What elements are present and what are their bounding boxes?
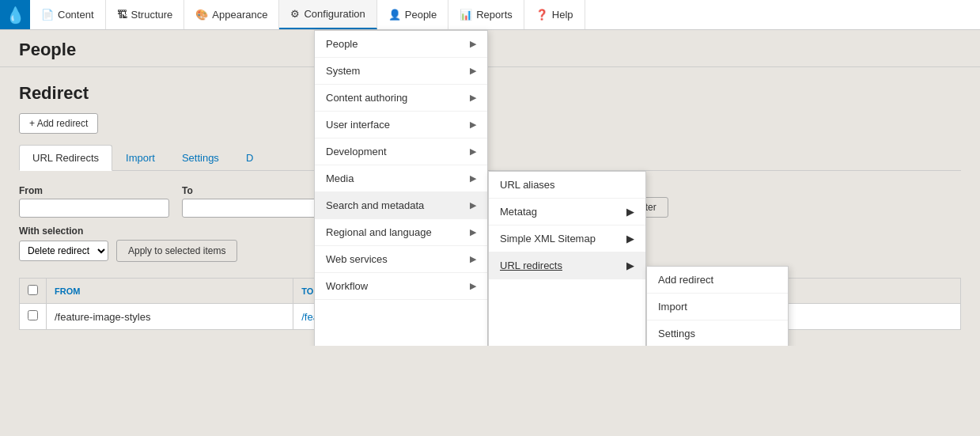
tab-settings[interactable]: Settings [168,145,233,170]
help-icon: ❓ [535,9,548,21]
from-label: From [19,185,169,196]
config-menu-content-authoring[interactable]: Content authoring ▶ [315,85,487,112]
tab-import[interactable]: Import [112,145,168,170]
config-menu-user-interface[interactable]: User interface ▶ [315,112,487,138]
nav-item-content[interactable]: 📄 Content [30,0,106,29]
row-checkbox-cell [20,304,47,330]
arrow-icon: ▶ [470,227,476,237]
from-filter: From [19,185,169,218]
nav-item-structure[interactable]: 🏗 Structure [106,0,185,29]
search-metadata-submenu: URL aliases Metatag ▶ Simple XML Sitemap… [488,171,646,346]
checkbox-header [20,279,47,304]
config-menu-media[interactable]: Media ▶ [315,165,487,192]
nav-item-help[interactable]: ❓ Help [524,0,585,29]
config-menu-level1: People ▶ System ▶ Content authoring ▶ Us… [314,30,488,346]
arrow-icon: ▶ [470,93,476,103]
submenu-url-redirects[interactable]: URL redirects ▶ [489,252,645,279]
arrow-icon: ▶ [470,66,476,76]
config-menu-development[interactable]: Development ▶ [315,138,487,165]
tab-url-redirects[interactable]: URL Redirects [19,145,112,171]
to-filter: To [182,185,332,218]
tab-d[interactable]: D [233,145,267,170]
arrow-icon: ▶ [470,254,476,264]
from-column-header[interactable]: FROM [47,279,293,304]
config-menu-search-metadata[interactable]: Search and metadata ▶ [315,192,487,219]
config-menu-workflow[interactable]: Workflow ▶ [315,273,487,300]
nav-item-reports[interactable]: 📊 Reports [448,0,524,29]
delete-redirect-select[interactable]: Delete redirect [19,241,108,261]
config-menu-regional-language[interactable]: Regional and language ▶ [315,219,487,246]
structure-icon: 🏗 [117,9,127,21]
submenu-add-redirect[interactable]: Add redirect [647,267,788,294]
arrow-icon: ▶ [470,200,476,210]
to-input[interactable] [182,199,332,218]
reports-icon: 📊 [460,9,472,21]
people-icon: 👤 [388,9,401,21]
arrow-icon: ▶ [626,233,634,245]
arrow-icon: ▶ [470,39,476,49]
arrow-icon: ▶ [470,173,476,184]
config-menu-web-services[interactable]: Web services ▶ [315,246,487,273]
row-from-cell: /feature-image-styles [47,304,293,330]
arrow-icon: ▶ [470,146,476,157]
arrow-icon: ▶ [626,206,634,218]
config-menu-system[interactable]: System ▶ [315,58,487,85]
submenu-settings[interactable]: Settings [647,320,788,346]
configuration-dropdown: People ▶ System ▶ Content authoring ▶ Us… [314,30,789,346]
to-label: To [182,185,332,196]
appearance-icon: 🎨 [195,9,208,21]
config-menu-people[interactable]: People ▶ [315,31,487,58]
site-logo[interactable]: 💧 [0,0,30,29]
nav-item-people[interactable]: 👤 People [377,0,448,29]
top-navigation: 💧 📄 Content 🏗 Structure 🎨 Appearance ⚙ C… [0,0,980,30]
arrow-icon: ▶ [626,260,634,271]
submenu-url-aliases[interactable]: URL aliases [489,172,645,199]
arrow-icon: ▶ [470,281,476,291]
submenu-simple-xml-sitemap[interactable]: Simple XML Sitemap ▶ [489,226,645,252]
select-all-checkbox[interactable] [28,285,38,295]
nav-item-configuration[interactable]: ⚙ Configuration [279,0,376,29]
add-redirect-button[interactable]: + Add redirect [19,113,98,134]
nav-item-appearance[interactable]: 🎨 Appearance [184,0,279,29]
content-icon: 📄 [41,9,54,21]
row-checkbox[interactable] [28,310,38,320]
submenu-import[interactable]: Import [647,294,788,320]
arrow-icon: ▶ [470,119,476,130]
from-input[interactable] [19,199,169,218]
url-redirects-submenu: Add redirect Import Settings [646,266,789,346]
configuration-icon: ⚙ [290,8,300,20]
submenu-metatag[interactable]: Metatag ▶ [489,199,645,226]
apply-to-selected-button[interactable]: Apply to selected items [116,240,237,262]
